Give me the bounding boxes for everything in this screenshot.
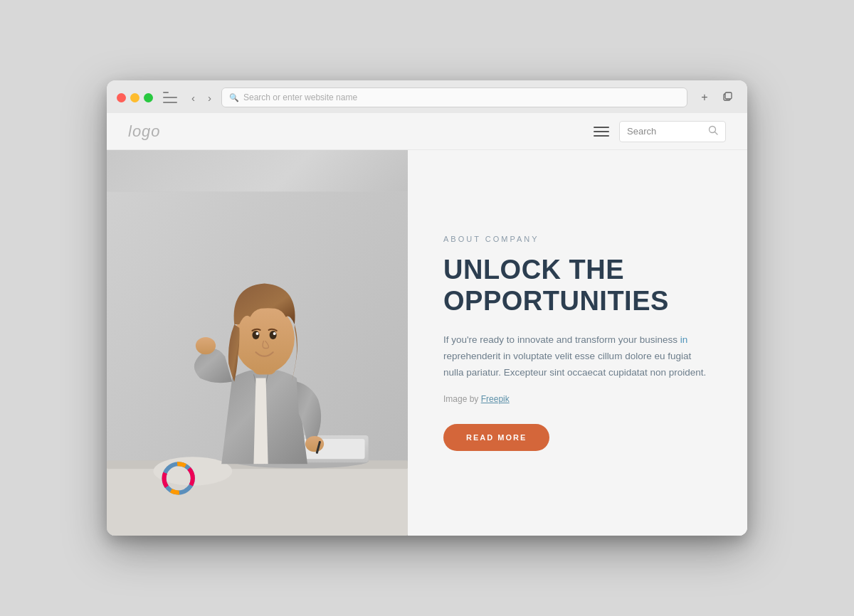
search-box[interactable]: Search — [619, 121, 726, 142]
highlight-text: in — [680, 334, 688, 345]
website-navbar: logo Search — [107, 113, 747, 150]
svg-rect-1 — [725, 92, 732, 99]
close-button[interactable] — [117, 93, 126, 102]
duplicate-icon — [722, 92, 733, 103]
website-content: logo Search — [107, 113, 747, 536]
hero-image-panel — [107, 150, 408, 536]
hero-headline: UNLOCK THE OPPORTUNITIES — [443, 255, 712, 317]
svg-line-3 — [715, 132, 718, 135]
svg-point-26 — [273, 332, 276, 335]
minimize-button[interactable] — [130, 93, 139, 102]
svg-point-18 — [196, 337, 216, 354]
back-button[interactable]: ‹ — [189, 90, 198, 105]
about-label: ABOUT COMPANY — [443, 235, 712, 243]
navbar-right: Search — [594, 121, 726, 142]
traffic-lights — [117, 93, 153, 102]
hero-content-panel: ABOUT COMPANY UNLOCK THE OPPORTUNITIES I… — [408, 150, 747, 536]
svg-point-19 — [305, 436, 324, 452]
sidebar-toggle-icon — [163, 92, 177, 103]
sidebar-toggle-button[interactable] — [160, 90, 181, 105]
svg-point-25 — [255, 332, 258, 335]
new-tab-button[interactable]: + — [695, 87, 715, 107]
browser-titlebar: ‹ › 🔍 Search or enter website name + — [117, 87, 737, 107]
hero-description: If you're ready to innovate and transfor… — [443, 332, 707, 381]
browser-window: ‹ › 🔍 Search or enter website name + — [107, 80, 747, 536]
headline-line1: UNLOCK THE — [443, 255, 624, 285]
forward-button[interactable]: › — [205, 90, 214, 105]
address-bar[interactable]: 🔍 Search or enter website name — [221, 87, 687, 107]
svg-point-24 — [270, 331, 277, 339]
svg-rect-6 — [107, 464, 408, 536]
website-logo: logo — [128, 122, 161, 141]
duplicate-tab-button[interactable] — [717, 87, 737, 107]
address-bar-text: Search or enter website name — [243, 92, 357, 102]
search-box-placeholder: Search — [627, 126, 704, 137]
hamburger-line — [594, 131, 609, 132]
hamburger-line — [594, 135, 609, 137]
hero-section: ABOUT COMPANY UNLOCK THE OPPORTUNITIES I… — [107, 150, 747, 536]
hero-image — [107, 150, 408, 536]
back-icon: ‹ — [191, 92, 195, 104]
headline-line2: OPPORTUNITIES — [443, 286, 669, 316]
image-credit: Image by Freepik — [443, 394, 712, 404]
search-icon — [708, 125, 718, 137]
hamburger-menu-button[interactable] — [594, 127, 609, 137]
freepik-link[interactable]: Freepik — [481, 394, 510, 404]
image-credit-prefix: Image by — [443, 394, 481, 404]
read-more-button[interactable]: READ MORE — [443, 424, 549, 451]
hamburger-line — [594, 127, 609, 128]
forward-icon: › — [208, 92, 211, 104]
maximize-button[interactable] — [144, 93, 153, 102]
search-icon: 🔍 — [229, 93, 239, 102]
browser-chrome: ‹ › 🔍 Search or enter website name + — [107, 80, 747, 113]
svg-point-23 — [252, 331, 259, 339]
browser-actions: + — [695, 87, 737, 107]
